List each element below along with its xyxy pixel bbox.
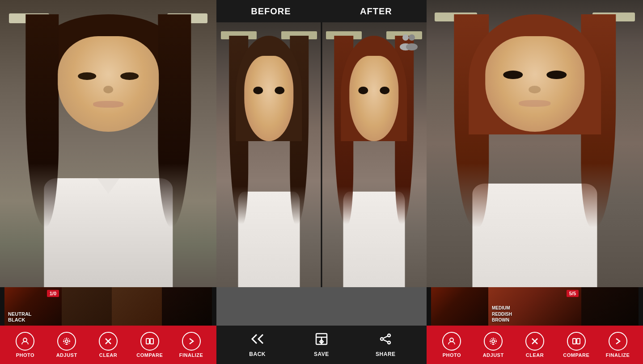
eye-before-right bbox=[275, 87, 285, 94]
svg-point-20 bbox=[490, 338, 496, 344]
compare-divider bbox=[321, 22, 322, 287]
center-mid-bar bbox=[216, 287, 427, 326]
svg-point-13 bbox=[388, 334, 390, 337]
eye-after-left bbox=[358, 87, 368, 94]
eye-right-left-eye bbox=[503, 71, 523, 79]
right-finalize-label: FINALIZE bbox=[606, 352, 630, 358]
right-clear-button[interactable]: CLEAR bbox=[521, 332, 548, 358]
svg-point-15 bbox=[388, 341, 390, 344]
person-before bbox=[222, 36, 317, 287]
right-swatch-badge: 5/5 bbox=[567, 290, 579, 297]
right-swatch-1[interactable] bbox=[431, 287, 488, 326]
left-toolbar: PHOTO ADJUST CLEAR COMPARE FINALIZE bbox=[0, 326, 216, 364]
right-swatch-item[interactable]: 5/5 MEDIUM REDDISH BROWN bbox=[488, 287, 581, 326]
center-header: BEFORE AFTER bbox=[216, 0, 427, 22]
left-photo-label: PHOTO bbox=[16, 352, 34, 358]
left-finalize-button[interactable]: FINALIZE bbox=[178, 332, 205, 358]
svg-point-18 bbox=[450, 338, 453, 342]
share-icon bbox=[378, 333, 393, 348]
right-photo-icon bbox=[442, 332, 461, 351]
svg-point-9 bbox=[409, 34, 415, 41]
face-right bbox=[485, 36, 584, 132]
left-swatch-label: NEUTRAL BLACK bbox=[8, 311, 32, 323]
left-finalize-icon bbox=[182, 332, 201, 351]
right-photo-area bbox=[427, 0, 643, 287]
svg-line-16 bbox=[383, 336, 388, 338]
svg-line-17 bbox=[383, 339, 388, 342]
lips-right bbox=[519, 100, 550, 107]
face-before bbox=[245, 56, 294, 142]
left-panel: 1/0 NEUTRAL BLACK PHOTO ADJUST C bbox=[0, 0, 216, 364]
right-compare-button[interactable]: COMPARE bbox=[563, 332, 590, 358]
svg-rect-5 bbox=[146, 339, 149, 344]
left-swatch-badge: 1/0 bbox=[47, 290, 59, 297]
left-clear-button[interactable]: CLEAR bbox=[95, 332, 122, 358]
eye-right-left bbox=[120, 72, 139, 80]
right-compare-icon bbox=[567, 332, 586, 351]
eye-right-right-eye bbox=[547, 71, 567, 79]
hair-left-side-left bbox=[25, 14, 59, 227]
compare-view bbox=[216, 22, 427, 287]
right-finalize-button[interactable]: FINALIZE bbox=[605, 332, 631, 358]
right-clear-label: CLEAR bbox=[526, 352, 544, 358]
lips-left bbox=[93, 101, 123, 108]
nose-shadow-left bbox=[103, 86, 114, 93]
left-adjust-button[interactable]: ADJUST bbox=[53, 332, 80, 358]
right-swatch-3[interactable] bbox=[581, 287, 639, 326]
right-photo-label: PHOTO bbox=[443, 352, 461, 358]
person-after bbox=[327, 36, 422, 287]
back-icon bbox=[250, 333, 265, 348]
svg-rect-24 bbox=[577, 339, 580, 344]
svg-rect-23 bbox=[573, 339, 576, 344]
left-compare-label: COMPARE bbox=[136, 352, 163, 358]
after-label: AFTER bbox=[360, 6, 392, 17]
left-swatch-item[interactable]: 1/0 NEUTRAL BLACK bbox=[4, 287, 62, 326]
right-swatch-label: MEDIUM REDDISH BROWN bbox=[492, 305, 512, 323]
right-swatch-strip: 5/5 MEDIUM REDDISH BROWN bbox=[427, 287, 643, 326]
right-clear-icon bbox=[525, 332, 544, 351]
eye-before-left bbox=[253, 87, 263, 94]
svg-point-2 bbox=[63, 338, 70, 344]
left-swatch-2[interactable] bbox=[62, 287, 112, 326]
right-adjust-label: ADJUST bbox=[483, 352, 504, 358]
svg-point-10 bbox=[406, 43, 418, 50]
svg-point-14 bbox=[381, 338, 383, 340]
center-person-icon bbox=[398, 31, 418, 55]
svg-point-0 bbox=[23, 338, 27, 342]
eye-after-right bbox=[380, 87, 390, 94]
svg-point-19 bbox=[492, 340, 495, 343]
svg-point-1 bbox=[65, 340, 68, 343]
left-finalize-label: FINALIZE bbox=[179, 352, 203, 358]
shirt-right bbox=[472, 184, 597, 287]
left-photo-button[interactable]: PHOTO bbox=[12, 332, 38, 358]
before-photo bbox=[216, 22, 322, 287]
nose-shadow-right bbox=[529, 86, 541, 93]
left-compare-button[interactable]: COMPARE bbox=[136, 332, 163, 358]
right-compare-label: COMPARE bbox=[563, 352, 589, 358]
back-button[interactable]: BACK bbox=[242, 333, 273, 357]
center-panel: BEFORE AFTER bbox=[216, 0, 427, 364]
right-photo-button[interactable]: PHOTO bbox=[438, 332, 465, 358]
left-clear-label: CLEAR bbox=[99, 352, 117, 358]
save-icon bbox=[314, 333, 329, 348]
before-label: BEFORE bbox=[251, 6, 291, 17]
left-adjust-label: ADJUST bbox=[56, 352, 77, 358]
right-adjust-button[interactable]: ADJUST bbox=[480, 332, 507, 358]
center-bottom-bar: BACK SAVE SHARE bbox=[216, 326, 427, 364]
shirt-after bbox=[343, 192, 405, 287]
left-swatch-strip: 1/0 NEUTRAL BLACK bbox=[0, 287, 216, 326]
person-right bbox=[443, 14, 626, 287]
left-photo-area bbox=[0, 0, 216, 287]
eye-left-left bbox=[78, 72, 96, 80]
save-button[interactable]: SAVE bbox=[306, 333, 337, 357]
shirt-before bbox=[238, 192, 300, 287]
right-panel: 5/5 MEDIUM REDDISH BROWN PHOTO ADJUST CL… bbox=[427, 0, 643, 364]
right-finalize-icon bbox=[609, 332, 627, 351]
hair-right-side-left bbox=[158, 14, 191, 227]
left-swatch-3[interactable] bbox=[112, 287, 162, 326]
after-photo bbox=[322, 22, 427, 287]
left-compare-icon bbox=[140, 332, 159, 351]
left-swatch-4[interactable] bbox=[162, 287, 212, 326]
person-left bbox=[16, 14, 200, 287]
share-button[interactable]: SHARE bbox=[370, 333, 401, 357]
